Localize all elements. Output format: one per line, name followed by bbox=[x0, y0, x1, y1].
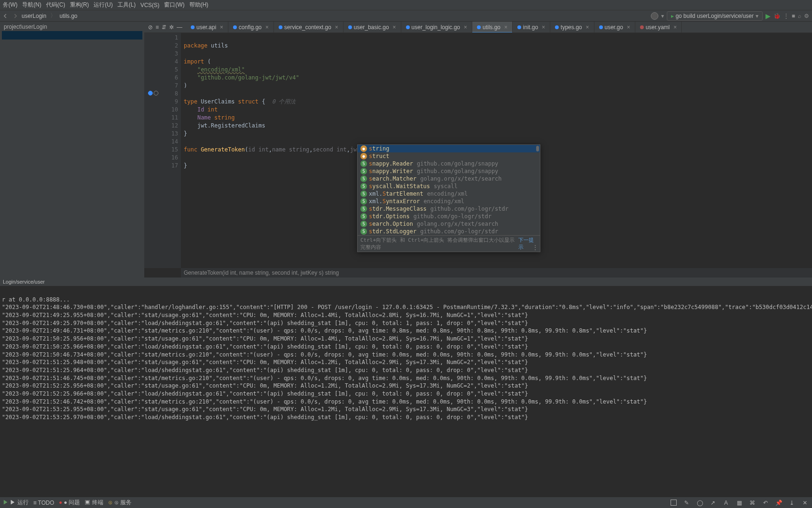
line-number[interactable]: 5 bbox=[162, 66, 178, 74]
autocomplete-item[interactable]: Sstdr.Optionsgithub.com/go-logr/stdr bbox=[358, 213, 540, 220]
run-configuration[interactable]: ▸ go build userLogin/service/user ▾ bbox=[667, 11, 763, 21]
line-number[interactable]: 9 bbox=[162, 98, 178, 106]
autocomplete-item[interactable]: Sxml.StartElementencoding/xml bbox=[358, 190, 540, 198]
save-icon[interactable]: ⤓ bbox=[788, 499, 796, 507]
autocomplete-item[interactable]: Sxml.SyntaxErrorencoding/xml bbox=[358, 198, 540, 205]
close-tab-icon[interactable]: × bbox=[393, 24, 396, 31]
close-tab-icon[interactable]: × bbox=[673, 24, 677, 31]
menu-item[interactable]: 务(W) bbox=[3, 1, 17, 9]
status-run[interactable]: ▶ ▶ 运行 bbox=[3, 499, 29, 507]
autocomplete-scrollbar[interactable] bbox=[536, 146, 539, 151]
line-number[interactable]: 14 bbox=[162, 138, 178, 146]
line-number[interactable]: 13 bbox=[162, 130, 178, 138]
autocomplete-item[interactable]: Sstdr.StdLoggergithub.com/go-logr/stdr bbox=[358, 228, 540, 235]
line-number[interactable]: 1 bbox=[162, 34, 178, 42]
menu-item[interactable]: VCS(S) bbox=[141, 2, 160, 8]
tab-utils-go[interactable]: utils.go× bbox=[472, 22, 513, 32]
terminal-output[interactable]: r at 0.0.0.0:8888..."2023-09-02T21:48:46… bbox=[0, 286, 812, 497]
breadcrumb-file[interactable]: utils.go bbox=[60, 13, 78, 19]
expand-icon[interactable]: ≡ bbox=[156, 24, 159, 31]
menu-item[interactable]: 导航(N) bbox=[22, 1, 41, 9]
line-number[interactable]: 7 bbox=[162, 82, 178, 90]
status-todo[interactable]: ≡ TODO bbox=[33, 500, 55, 506]
breadcrumb-project[interactable]: userLogin bbox=[22, 13, 47, 19]
autocomplete-item[interactable]: ●struct bbox=[358, 152, 540, 160]
line-number[interactable]: 6 bbox=[162, 74, 178, 82]
tab-user-go[interactable]: user.go× bbox=[594, 22, 635, 32]
close-tab-icon[interactable]: × bbox=[265, 24, 269, 31]
tab-user-yaml[interactable]: user.yaml× bbox=[635, 22, 682, 32]
run-button[interactable]: ▶ bbox=[765, 12, 771, 20]
arrow-icon[interactable]: ↗ bbox=[709, 499, 717, 507]
project-root[interactable]: project\userLogin bbox=[2, 23, 142, 31]
user-avatar[interactable] bbox=[651, 12, 658, 20]
status-services[interactable]: ⊙ ⊙ 服务 bbox=[108, 499, 132, 507]
edit-icon[interactable]: ✎ bbox=[682, 499, 691, 507]
autocomplete-menu-icon[interactable]: ⋮ bbox=[532, 244, 538, 251]
split-icon[interactable]: ⇵ bbox=[162, 24, 166, 31]
menu-item[interactable]: 重构(R) bbox=[70, 1, 89, 9]
line-number[interactable]: 11 bbox=[162, 114, 178, 122]
line-number[interactable]: 4 bbox=[162, 58, 178, 66]
line-number[interactable]: 2 bbox=[162, 42, 178, 50]
pin-icon[interactable]: 📌 bbox=[774, 499, 783, 507]
tree-item-selected[interactable] bbox=[2, 31, 142, 40]
usage-gutter-icon[interactable] bbox=[154, 91, 158, 95]
tab-config-go[interactable]: config.go× bbox=[228, 22, 274, 32]
chevron-down-icon[interactable]: ▾ bbox=[661, 13, 664, 19]
tag-icon[interactable]: ⌘ bbox=[748, 499, 757, 507]
line-number[interactable]: 3 bbox=[162, 50, 178, 58]
status-problems[interactable]: ● ● 问题 bbox=[59, 499, 80, 507]
tab-user_login_logic-go[interactable]: user_login_logic.go× bbox=[401, 22, 472, 32]
line-number[interactable]: 16 bbox=[162, 154, 178, 162]
autocomplete-item[interactable]: Ssnappy.Writergithub.com/golang/snappy bbox=[358, 167, 540, 175]
tab-user_basic-go[interactable]: user_basic.go× bbox=[344, 22, 401, 32]
close-tab-icon[interactable]: × bbox=[335, 24, 338, 31]
autocomplete-item[interactable]: Ssnappy.Readergithub.com/golang/snappy bbox=[358, 160, 540, 167]
settings-icon[interactable]: ⚙ bbox=[804, 13, 809, 19]
run-tool-title[interactable]: Login/service/user bbox=[0, 278, 812, 286]
usage-hint[interactable]: 0 个用法 bbox=[265, 98, 296, 105]
line-number[interactable]: 8 bbox=[162, 90, 178, 98]
text-icon[interactable]: A bbox=[722, 499, 730, 507]
editor-breadcrumb[interactable]: GenerateToken(id int, name string, secon… bbox=[181, 268, 812, 278]
blur-icon[interactable]: ▦ bbox=[735, 499, 743, 507]
menu-item[interactable]: 工具(L) bbox=[117, 1, 136, 9]
autocomplete-item[interactable]: Ssyscall.WaitStatussyscall bbox=[358, 183, 540, 190]
line-number[interactable]: 12 bbox=[162, 122, 178, 130]
stop-button[interactable]: ■ bbox=[792, 13, 795, 19]
more-actions-icon[interactable]: ⋮ bbox=[783, 13, 789, 19]
close-tab-icon[interactable]: × bbox=[220, 24, 223, 31]
menu-item[interactable]: 代码(C) bbox=[46, 1, 65, 9]
gear-icon[interactable]: ✲ bbox=[169, 24, 174, 31]
close-tab-icon[interactable]: × bbox=[586, 24, 589, 31]
circle-icon[interactable]: ◯ bbox=[695, 499, 704, 507]
undo-icon[interactable]: ↶ bbox=[761, 499, 770, 507]
more-icon[interactable]: — bbox=[177, 24, 182, 31]
autocomplete-item[interactable]: ●string bbox=[358, 145, 540, 152]
tab-types-go[interactable]: types.go× bbox=[550, 22, 594, 32]
autocomplete-item[interactable]: Ssearch.Optiongolang.org/x/text/search bbox=[358, 220, 540, 228]
line-number[interactable]: 17 bbox=[162, 162, 178, 170]
tab-user-api[interactable]: user.api× bbox=[186, 22, 228, 32]
menu-item[interactable]: 运行(U) bbox=[94, 1, 113, 9]
autocomplete-item[interactable]: Ssearch.Matchergolang.org/x/text/search bbox=[358, 175, 540, 183]
line-number[interactable]: 10 bbox=[162, 106, 178, 114]
search-icon[interactable]: ⌕ bbox=[798, 13, 801, 19]
debug-button[interactable]: 🐞 bbox=[773, 13, 781, 19]
back-arrow-icon[interactable] bbox=[3, 13, 8, 19]
menu-item[interactable]: 窗口(W) bbox=[164, 1, 184, 9]
tool-icon[interactable] bbox=[669, 499, 678, 507]
close-icon[interactable]: ✕ bbox=[801, 499, 809, 507]
close-tab-icon[interactable]: × bbox=[504, 24, 508, 31]
close-tab-icon[interactable]: × bbox=[542, 24, 545, 31]
struct-gutter-icon[interactable] bbox=[148, 91, 153, 95]
tab-init-go[interactable]: init.go× bbox=[513, 22, 550, 32]
close-tab-icon[interactable]: × bbox=[464, 24, 467, 31]
line-number[interactable]: 15 bbox=[162, 146, 178, 154]
close-tab-icon[interactable]: × bbox=[627, 24, 630, 31]
forward-arrow-icon[interactable] bbox=[12, 13, 18, 19]
autocomplete-item[interactable]: Sstdr.MessageClassgithub.com/go-logr/std… bbox=[358, 205, 540, 213]
tab-service_context-go[interactable]: service_context.go× bbox=[274, 22, 344, 32]
status-terminal[interactable]: ▣ 终端 bbox=[85, 499, 103, 507]
